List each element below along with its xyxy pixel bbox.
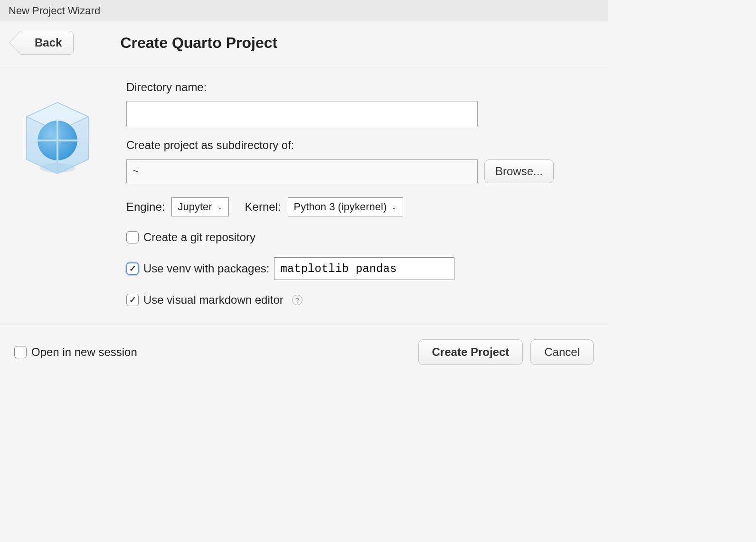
visual-editor-label: Use visual markdown editor [143, 293, 284, 307]
footer-left: Open in new session [14, 346, 137, 359]
kernel-label: Kernel: [245, 200, 281, 214]
main-content: Directory name: Create project as subdir… [0, 67, 608, 325]
venv-checkbox[interactable] [126, 262, 139, 275]
visual-editor-row: Use visual markdown editor ? [126, 293, 594, 307]
header-row: Back Create Quarto Project [0, 22, 608, 67]
footer: Open in new session Create Project Cance… [0, 325, 608, 374]
engine-kernel-row: Engine: Jupyter ⌄ Kernel: Python 3 (ipyk… [126, 197, 594, 216]
quarto-project-icon [17, 98, 98, 183]
open-session-label: Open in new session [31, 346, 137, 359]
cancel-button[interactable]: Cancel [530, 339, 594, 365]
create-project-button[interactable]: Create Project [418, 339, 523, 365]
visual-editor-checkbox[interactable] [126, 294, 139, 306]
icon-column [17, 81, 98, 315]
form-column: Directory name: Create project as subdir… [126, 81, 594, 315]
back-button[interactable]: Back [18, 31, 74, 55]
git-repo-row: Create a git repository [126, 231, 594, 244]
svg-point-8 [39, 163, 76, 173]
page-title: Create Quarto Project [120, 34, 277, 52]
venv-row: Use venv with packages: [126, 257, 594, 280]
help-icon[interactable]: ? [292, 295, 302, 305]
chevron-down-icon: ⌄ [391, 203, 397, 211]
engine-select[interactable]: Jupyter ⌄ [171, 197, 228, 216]
directory-name-input[interactable] [126, 102, 478, 126]
git-repo-checkbox[interactable] [126, 231, 139, 243]
back-button-label: Back [35, 36, 62, 49]
engine-value: Jupyter [178, 201, 212, 213]
window-title: New Project Wizard [0, 0, 608, 22]
footer-right: Create Project Cancel [418, 339, 594, 365]
chevron-down-icon: ⌄ [217, 203, 223, 211]
browse-button[interactable]: Browse... [484, 159, 554, 183]
kernel-value: Python 3 (ipykernel) [294, 201, 387, 213]
git-repo-label: Create a git repository [143, 231, 255, 244]
venv-packages-input[interactable] [274, 257, 454, 280]
venv-label: Use venv with packages: [143, 262, 269, 275]
open-session-checkbox[interactable] [14, 346, 27, 358]
subdir-input[interactable] [126, 159, 478, 183]
subdir-row: Browse... [126, 159, 594, 183]
subdir-label: Create project as subdirectory of: [126, 139, 594, 152]
directory-name-label: Directory name: [126, 81, 594, 94]
kernel-select[interactable]: Python 3 (ipykernel) ⌄ [288, 197, 404, 216]
engine-label: Engine: [126, 200, 165, 214]
